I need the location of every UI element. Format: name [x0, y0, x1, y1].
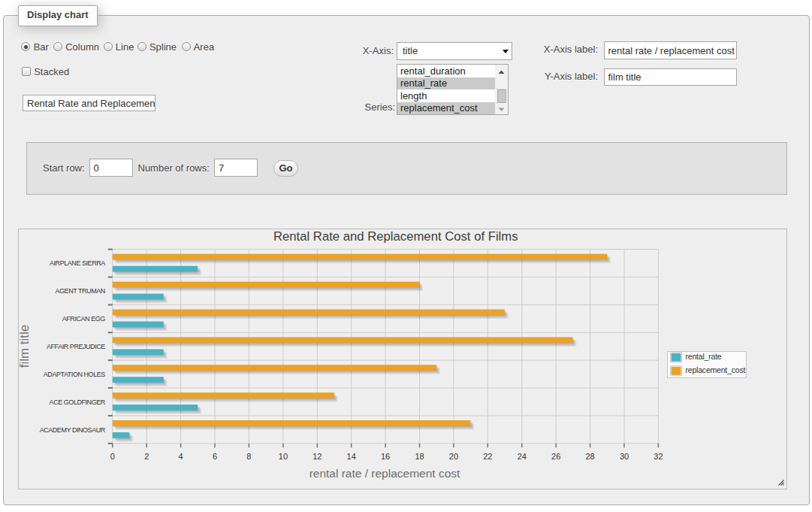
svg-text:6: 6 — [213, 452, 217, 461]
svg-text:AIRPLANE SIERRA: AIRPLANE SIERRA — [50, 259, 105, 267]
svg-text:16: 16 — [381, 452, 390, 461]
svg-text:28: 28 — [585, 452, 594, 461]
svg-text:ADAPTATION HOLES: ADAPTATION HOLES — [44, 371, 105, 378]
svg-text:ACADEMY DINOSAUR: ACADEMY DINOSAUR — [40, 426, 106, 434]
svg-text:AFRICAN EGG: AFRICAN EGG — [62, 315, 106, 323]
svg-text:14: 14 — [347, 452, 356, 461]
svg-text:24: 24 — [518, 452, 527, 461]
svg-text:22: 22 — [483, 452, 492, 461]
svg-text:film title: film title — [19, 325, 32, 368]
svg-text:AGENT TRUMAN: AGENT TRUMAN — [56, 287, 105, 295]
svg-text:AFFAIR PREJUDICE: AFFAIR PREJUDICE — [47, 343, 105, 350]
svg-text:Rental Rate and Replacement Co: Rental Rate and Replacement Cost of Film… — [273, 229, 518, 244]
svg-text:rental_rate: rental_rate — [686, 352, 722, 361]
svg-text:30: 30 — [620, 452, 629, 461]
svg-text:0: 0 — [110, 452, 115, 461]
svg-text:4: 4 — [179, 452, 183, 461]
svg-text:26: 26 — [551, 452, 560, 461]
svg-text:replacement_cost: replacement_cost — [686, 365, 746, 374]
svg-text:ACE GOLDFINGER: ACE GOLDFINGER — [50, 398, 106, 406]
svg-text:2: 2 — [144, 452, 149, 461]
svg-text:10: 10 — [279, 452, 288, 461]
svg-text:20: 20 — [449, 452, 458, 461]
svg-text:18: 18 — [415, 452, 424, 461]
svg-text:8: 8 — [246, 452, 251, 461]
svg-text:rental rate / replacement cost: rental rate / replacement cost — [309, 467, 460, 480]
svg-text:32: 32 — [654, 452, 663, 461]
svg-text:12: 12 — [312, 452, 321, 461]
